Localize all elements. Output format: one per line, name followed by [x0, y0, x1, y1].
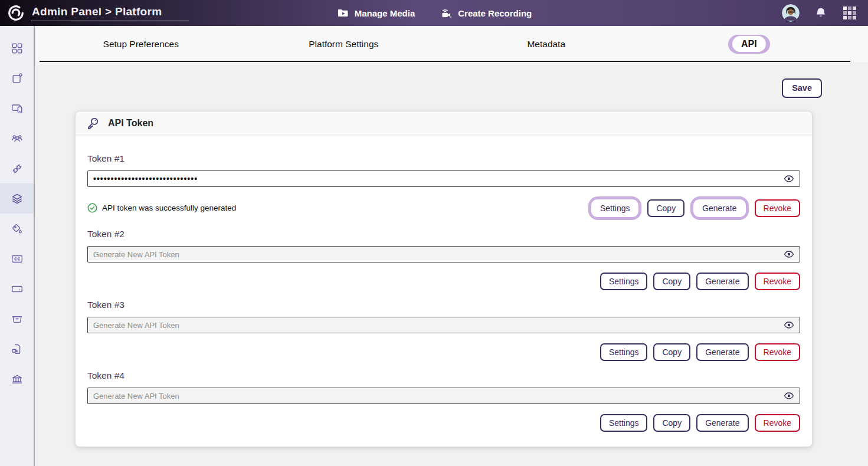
token-1-status: API token was successfully generated [87, 203, 236, 213]
token-3-buttons: Settings Copy Generate Revoke [600, 343, 800, 361]
token-2-settings-button[interactable]: Settings [600, 273, 648, 290]
sidebar-item-devices[interactable] [0, 93, 34, 123]
card-header: API Token [76, 111, 812, 136]
token-1-generate-button[interactable]: Generate [693, 199, 745, 217]
sidebar [0, 26, 35, 466]
sidebar-item-captions[interactable] [0, 244, 34, 274]
token-1-status-text: API token was successfully generated [102, 204, 236, 212]
api-tab-highlight-ring: API [728, 35, 770, 54]
sidebar-item-dashboard[interactable] [0, 33, 34, 63]
archive-box-icon [11, 313, 24, 326]
api-token-card: API Token Token #1 [75, 111, 813, 447]
app-logo-icon[interactable] [7, 4, 25, 22]
avatar[interactable] [782, 4, 800, 22]
token-3-label: Token #3 [87, 300, 800, 310]
media-document-icon [11, 343, 24, 356]
tab-api[interactable]: API [732, 36, 766, 52]
card-body: Token #1 API token was [76, 136, 812, 447]
branding-paint-icon [11, 222, 24, 235]
integrations-plug-icon [11, 162, 24, 175]
manage-media-button[interactable]: Manage Media [336, 6, 415, 19]
sidebar-item-media-docs[interactable] [0, 334, 34, 364]
token-1-settings-button[interactable]: Settings [591, 199, 639, 217]
token-4-revoke-button[interactable]: Revoke [755, 414, 800, 432]
token-1-reveal-eye-icon[interactable] [784, 175, 794, 183]
dashboard-grid-icon [11, 42, 24, 55]
generate-button-highlight-ring: Generate [690, 196, 748, 220]
token-2-input-wrap [87, 246, 800, 262]
token-2-copy-button[interactable]: Copy [653, 273, 690, 290]
topbar-right [782, 4, 868, 22]
sidebar-item-integrations[interactable] [0, 153, 34, 183]
save-button[interactable]: Save [782, 78, 822, 98]
devices-icon [11, 102, 24, 115]
sidebar-item-archive[interactable] [0, 304, 34, 334]
token-1-buttons: Settings Copy Generate Revoke [588, 196, 800, 220]
token-2-buttons: Settings Copy Generate Revoke [600, 273, 800, 290]
token-2-input[interactable] [87, 246, 800, 262]
institution-icon [11, 373, 24, 386]
settings-button-highlight-ring: Settings [588, 196, 642, 220]
token-1-actions: API token was successfully generated Set… [87, 196, 800, 220]
token-2-generate-button[interactable]: Generate [696, 273, 748, 290]
token-4-settings-button[interactable]: Settings [600, 414, 648, 432]
token-1-input-wrap [87, 170, 800, 187]
token-2-reveal-eye-icon[interactable] [784, 250, 794, 258]
token-4-input[interactable] [87, 388, 800, 404]
media-folder-icon [336, 6, 349, 19]
sidebar-item-branding[interactable] [0, 214, 34, 244]
card-title: API Token [108, 118, 153, 129]
key-icon [86, 116, 100, 131]
users-group-icon [11, 132, 24, 145]
token-4-input-wrap [87, 388, 800, 404]
create-recording-button[interactable]: Create Recording [440, 6, 532, 19]
main-content: Setup Preferences Platform Settings Meta… [36, 26, 868, 466]
card-icon [11, 283, 24, 296]
token-4-reveal-eye-icon[interactable] [784, 392, 794, 400]
topbar-actions: Manage Media Create Recording [336, 0, 532, 26]
token-3-copy-button[interactable]: Copy [653, 343, 690, 361]
layers-icon [11, 192, 24, 205]
token-2-label: Token #2 [87, 229, 800, 239]
manage-media-label: Manage Media [355, 8, 415, 18]
topbar: Admin Panel > Platform Manage Media [0, 0, 868, 26]
tab-metadata[interactable]: Metadata [527, 39, 565, 50]
token-2-revoke-button[interactable]: Revoke [755, 273, 800, 290]
recording-camera-icon [440, 6, 453, 19]
tab-bar: Setup Preferences Platform Settings Meta… [36, 26, 868, 62]
notifications-bell-icon[interactable] [814, 6, 828, 20]
token-4-actions: Settings Copy Generate Revoke [87, 414, 800, 432]
token-3-input[interactable] [87, 317, 800, 333]
new-page-icon [11, 72, 24, 85]
token-3-input-wrap [87, 317, 800, 333]
sidebar-item-institution[interactable] [0, 364, 34, 394]
token-3-revoke-button[interactable]: Revoke [755, 343, 800, 361]
sidebar-item-users[interactable] [0, 123, 34, 153]
token-4-generate-button[interactable]: Generate [696, 414, 748, 432]
token-2-actions: Settings Copy Generate Revoke [87, 272, 800, 291]
tab-platform-settings[interactable]: Platform Settings [309, 39, 378, 50]
apps-grid-icon[interactable] [842, 5, 857, 21]
token-3-generate-button[interactable]: Generate [696, 343, 748, 361]
tab-setup-preferences[interactable]: Setup Preferences [103, 39, 179, 50]
create-recording-label: Create Recording [458, 8, 532, 18]
sidebar-item-card[interactable] [0, 274, 34, 304]
token-3-settings-button[interactable]: Settings [600, 343, 648, 361]
captions-cc-icon [11, 252, 24, 265]
token-4-copy-button[interactable]: Copy [653, 414, 690, 432]
token-3-reveal-eye-icon[interactable] [784, 321, 794, 329]
page-title: Admin Panel > Platform [31, 5, 189, 21]
sidebar-item-new-page[interactable] [0, 63, 34, 93]
token-1-revoke-button[interactable]: Revoke [755, 199, 800, 217]
topbar-left: Admin Panel > Platform [0, 4, 189, 22]
token-4-label: Token #4 [87, 370, 800, 381]
save-row: Save [36, 62, 868, 98]
token-1-label: Token #1 [87, 153, 800, 164]
token-1-input[interactable] [87, 170, 800, 187]
token-3-actions: Settings Copy Generate Revoke [87, 343, 800, 362]
token-1-copy-button[interactable]: Copy [647, 199, 684, 217]
success-check-icon [87, 203, 97, 213]
sidebar-item-platform-active[interactable] [0, 183, 34, 214]
token-4-buttons: Settings Copy Generate Revoke [600, 414, 800, 432]
